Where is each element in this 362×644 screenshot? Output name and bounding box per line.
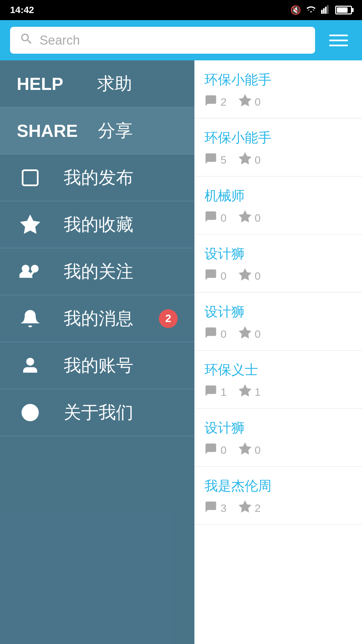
my-account-label: 我的账号 xyxy=(64,354,133,377)
comment-count-5: 0 xyxy=(221,328,227,340)
feed-item-4[interactable]: 设计狮 0 0 xyxy=(194,234,362,292)
svg-point-6 xyxy=(22,265,28,271)
star-icon-7 xyxy=(239,442,251,458)
svg-marker-15 xyxy=(240,269,250,279)
star-group-2: 0 xyxy=(239,152,261,168)
comment-count-2: 5 xyxy=(221,154,227,166)
star-count-4: 0 xyxy=(255,270,261,282)
feed-item-meta-7: 0 0 xyxy=(204,442,352,458)
comment-icon-2 xyxy=(204,152,217,168)
comment-icon-8 xyxy=(204,500,217,516)
star-icon-5 xyxy=(239,326,251,342)
battery-icon xyxy=(335,6,352,14)
app-header: Search xyxy=(0,20,362,60)
svg-rect-0 xyxy=(321,10,323,14)
comment-icon-5 xyxy=(204,326,217,342)
feed-item-meta-3: 0 0 xyxy=(204,210,352,226)
star-group-1: 0 xyxy=(239,94,261,110)
feed-item-1[interactable]: 环保小能手 2 0 xyxy=(194,60,362,118)
svg-marker-17 xyxy=(240,385,250,395)
search-box[interactable]: Search xyxy=(10,27,315,54)
hamburger-menu-button[interactable] xyxy=(325,27,352,54)
feed-item-2[interactable]: 环保小能手 5 0 xyxy=(194,118,362,176)
star-count-1: 0 xyxy=(255,96,261,108)
drawer-menu: HELP 求助 SHARE 分享 我的发布 我的收藏 xyxy=(0,60,194,644)
star-count-6: 1 xyxy=(255,386,261,398)
comment-count-7: 0 xyxy=(221,444,227,457)
posts-icon xyxy=(17,164,44,191)
star-icon xyxy=(17,211,44,238)
feed-item-5[interactable]: 设计狮 0 0 xyxy=(194,292,362,351)
feed-panel: 环保小能手 2 0 xyxy=(194,60,362,644)
signal-icon xyxy=(321,4,330,16)
star-count-2: 0 xyxy=(255,154,261,166)
star-icon-2 xyxy=(239,152,251,168)
svg-rect-3 xyxy=(327,5,329,14)
message-badge: 2 xyxy=(159,309,178,328)
about-us-label: 关于我们 xyxy=(64,401,133,424)
feed-item-title-6: 环保义士 xyxy=(204,361,352,379)
star-group-8: 2 xyxy=(239,500,261,516)
status-bar: 14:42 🔇 xyxy=(0,0,362,20)
mute-icon: 🔇 xyxy=(290,5,301,15)
comment-group-2: 5 xyxy=(204,152,227,168)
feed-item-title-1: 环保小能手 xyxy=(204,70,352,89)
feed-item-title-7: 设计狮 xyxy=(204,419,352,437)
comment-group-5: 0 xyxy=(204,326,227,342)
feed-item-meta-6: 1 1 xyxy=(204,384,352,400)
star-icon-4 xyxy=(239,268,251,284)
feed-item-8[interactable]: 我是杰伦周 3 2 xyxy=(194,467,362,525)
user-icon xyxy=(17,352,44,379)
star-icon-6 xyxy=(239,384,251,400)
svg-marker-12 xyxy=(240,95,250,105)
feed-item-meta-2: 5 0 xyxy=(204,152,352,168)
info-icon xyxy=(17,399,44,426)
feed-item-title-8: 我是杰伦周 xyxy=(204,477,352,495)
comment-group-1: 2 xyxy=(204,94,227,110)
share-label-cn: 分享 xyxy=(98,119,133,143)
help-label-en: HELP xyxy=(17,74,77,94)
search-input[interactable]: Search xyxy=(40,33,80,48)
wifi-icon xyxy=(306,4,316,16)
feed-item-title-4: 设计狮 xyxy=(204,245,352,263)
feed-item-title-2: 环保小能手 xyxy=(204,128,352,147)
svg-point-7 xyxy=(32,265,38,271)
status-icons: 🔇 xyxy=(290,4,352,16)
comment-icon-6 xyxy=(204,384,217,400)
main-content: HELP 求助 SHARE 分享 我的发布 我的收藏 xyxy=(0,60,362,644)
feed-item-6[interactable]: 环保义士 1 1 xyxy=(194,351,362,409)
menu-item-about-us[interactable]: 关于我们 xyxy=(0,389,194,436)
svg-marker-18 xyxy=(240,443,250,453)
comment-group-8: 3 xyxy=(204,500,227,516)
feed-item-meta-8: 3 2 xyxy=(204,500,352,516)
feed-item-title-5: 设计狮 xyxy=(204,303,352,321)
svg-marker-5 xyxy=(22,216,39,232)
comment-icon-4 xyxy=(204,268,217,284)
star-group-6: 1 xyxy=(239,384,261,400)
feed-item-title-3: 机械师 xyxy=(204,186,352,205)
svg-point-8 xyxy=(27,359,34,365)
comment-count-4: 0 xyxy=(221,270,227,282)
menu-item-my-messages[interactable]: 我的消息 2 xyxy=(0,295,194,342)
svg-marker-19 xyxy=(240,501,250,512)
comment-count-3: 0 xyxy=(221,212,227,224)
help-label-cn: 求助 xyxy=(97,72,132,96)
menu-item-share[interactable]: SHARE 分享 xyxy=(0,107,194,154)
feed-item-7[interactable]: 设计狮 0 0 xyxy=(194,409,362,467)
menu-item-my-favorites[interactable]: 我的收藏 xyxy=(0,201,194,248)
comment-icon-7 xyxy=(204,442,217,458)
menu-item-my-account[interactable]: 我的账号 xyxy=(0,342,194,389)
star-group-5: 0 xyxy=(239,326,261,342)
feed-item-3[interactable]: 机械师 0 0 xyxy=(194,176,362,234)
menu-item-my-posts[interactable]: 我的发布 xyxy=(0,154,194,201)
menu-item-my-follows[interactable]: 我的关注 xyxy=(0,248,194,295)
svg-marker-16 xyxy=(240,327,250,337)
svg-marker-13 xyxy=(240,153,250,163)
menu-line-1 xyxy=(329,35,348,36)
menu-item-help[interactable]: HELP 求助 xyxy=(0,60,194,107)
comment-group-4: 0 xyxy=(204,268,227,284)
star-group-3: 0 xyxy=(239,210,261,226)
feed-item-meta-4: 0 0 xyxy=(204,268,352,284)
feed-item-meta-1: 2 0 xyxy=(204,94,352,110)
menu-line-3 xyxy=(329,45,348,46)
